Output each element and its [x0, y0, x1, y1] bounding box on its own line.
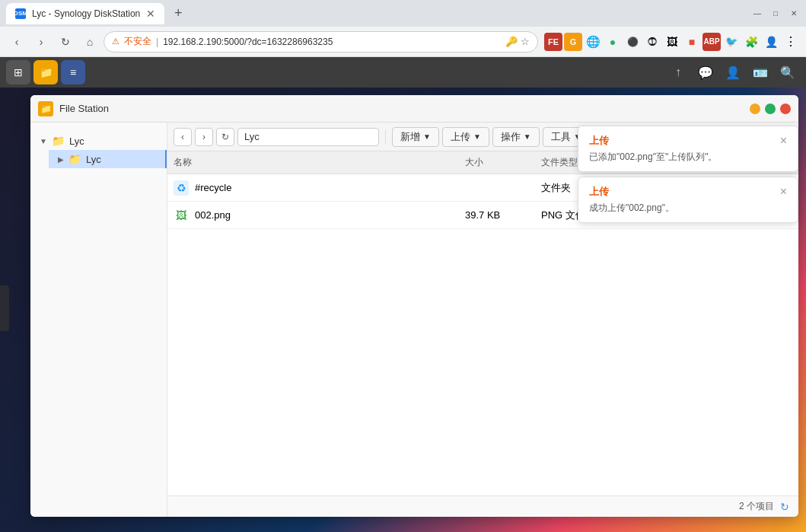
- sidebar-sub-folder-icon: 📁: [68, 153, 81, 165]
- extension-lastpass-icon[interactable]: ⚫: [623, 33, 642, 51]
- browser-tab[interactable]: DSM Lyc - Synology DiskStation ✕: [6, 3, 164, 24]
- address-icons: 🔑 ☆: [505, 36, 530, 47]
- new-dropdown-arrow: ▼: [423, 132, 431, 141]
- address-text: 192.168.2.190:5000/?dc=1632286963235: [163, 37, 501, 47]
- fs-path-input[interactable]: [237, 128, 379, 146]
- notif-2-message: 成功上传"002.png"。: [589, 202, 787, 215]
- fs-refresh-btn[interactable]: ↻: [216, 128, 234, 146]
- sidebar-sub-label: Lyc: [86, 154, 101, 165]
- fs-app-icon: 📁: [38, 101, 53, 116]
- taskbar-user-icon[interactable]: 👤: [721, 60, 745, 84]
- address-separator: |: [156, 37, 158, 47]
- extension-num-icon[interactable]: ⓵: [643, 33, 661, 51]
- taskbar-note-station[interactable]: ≡: [61, 60, 85, 84]
- dsm-desktop: 📁 File Station ▼: [0, 88, 806, 532]
- minimize-button[interactable]: —: [751, 8, 763, 20]
- title-bar: DSM Lyc - Synology DiskStation ✕ + — □ ✕: [0, 0, 806, 27]
- sidebar-item-lyc[interactable]: ▶ 📁 Lyc: [49, 150, 167, 168]
- left-edge-panel: [0, 285, 9, 331]
- fs-maximize-btn[interactable]: [765, 104, 776, 114]
- fs-action-btn[interactable]: 操作 ▼: [492, 127, 540, 147]
- nav-bar: ‹ › ↻ ⌂ ⚠ 不安全 | 192.168.2.190:5000/?dc=1…: [0, 27, 806, 57]
- item-count: 2 个项目: [739, 500, 774, 513]
- file-size-cell: 39.7 KB: [465, 209, 541, 221]
- back-button[interactable]: ‹: [6, 31, 27, 53]
- dsm-shell: ⊞ 📁 ≡ ↑ 💬 👤 🪪 🔍: [0, 57, 806, 532]
- taskbar-chat-icon[interactable]: 💬: [693, 60, 718, 84]
- address-bar[interactable]: ⚠ 不安全 | 192.168.2.190:5000/?dc=163228696…: [104, 31, 538, 53]
- notif-2-close-btn[interactable]: ×: [780, 186, 787, 198]
- fs-close-btn[interactable]: [780, 104, 791, 114]
- notif-2-title: 上传: [589, 185, 609, 199]
- sidebar-root-label: Lyc: [69, 135, 84, 147]
- notif-1-header: 上传 ×: [589, 134, 787, 148]
- notif-2-header: 上传 ×: [589, 185, 787, 199]
- window-controls: — □ ✕: [751, 8, 800, 20]
- sidebar-sub-section: ▶ 📁 Lyc: [30, 150, 167, 168]
- png-file-icon: 🖼: [174, 208, 189, 223]
- reload-button[interactable]: ↻: [55, 31, 76, 53]
- extension-green-icon[interactable]: ●: [604, 33, 622, 51]
- extension-abp-icon[interactable]: ABP: [702, 33, 721, 51]
- taskbar-search-icon[interactable]: 🔍: [776, 60, 800, 84]
- notif-1-close-btn[interactable]: ×: [780, 135, 787, 147]
- close-button[interactable]: ✕: [788, 8, 800, 20]
- fs-title-bar: 📁 File Station: [30, 95, 798, 123]
- maximize-button[interactable]: □: [769, 8, 782, 20]
- action-dropdown-arrow: ▼: [524, 132, 531, 141]
- notification-2: 上传 × 成功上传"002.png"。: [578, 177, 798, 223]
- notif-1-title: 上传: [589, 134, 609, 148]
- notif-1-message: 已添加"002.png"至"上传队列"。: [589, 151, 787, 164]
- sidebar-root-section: ▼ 📁 Lyc ▶ 📁 Lyc: [30, 129, 167, 171]
- upload-dropdown-arrow: ▼: [473, 132, 481, 141]
- fs-upload-btn[interactable]: 上传 ▼: [442, 127, 489, 147]
- taskbar-upload-icon[interactable]: ↑: [666, 60, 690, 84]
- star-icon[interactable]: ☆: [521, 36, 530, 47]
- tab-close-button[interactable]: ✕: [146, 8, 155, 20]
- fs-minimize-btn[interactable]: [750, 104, 760, 114]
- tab-favicon: DSM: [15, 8, 26, 19]
- extension-translate-icon[interactable]: 🌐: [584, 33, 602, 51]
- taskbar-file-station[interactable]: 📁: [33, 60, 58, 84]
- tab-title: Lyc - Synology DiskStation: [32, 8, 140, 19]
- address-prefix: 不安全: [124, 35, 151, 48]
- browser-window: DSM Lyc - Synology DiskStation ✕ + — □ ✕…: [0, 0, 806, 532]
- taskbar-app-grid[interactable]: ⊞: [6, 60, 30, 84]
- extension-img-icon[interactable]: 🖼: [663, 33, 681, 51]
- key-icon[interactable]: 🔑: [505, 36, 518, 47]
- taskbar-right-area: ↑ 💬 👤 🪪 🔍: [666, 60, 800, 84]
- account-icon[interactable]: 👤: [762, 33, 780, 51]
- sidebar-arrow-down: ▼: [40, 137, 47, 145]
- fs-back-btn[interactable]: ‹: [174, 128, 192, 146]
- file-name-cell: ♻ #recycle: [174, 180, 465, 196]
- file-name-cell: 🖼 002.png: [174, 208, 465, 223]
- extension-bird-icon[interactable]: 🐦: [722, 33, 741, 51]
- forward-button[interactable]: ›: [30, 31, 52, 53]
- menu-icon[interactable]: ⋮: [782, 33, 800, 51]
- footer-refresh-btn[interactable]: ↻: [780, 501, 789, 513]
- fs-new-btn[interactable]: 新增 ▼: [392, 127, 439, 147]
- notifications-area: 上传 × 已添加"002.png"至"上传队列"。 上传 × 成功上传"002.…: [578, 126, 798, 223]
- recycle-folder-icon: ♻: [174, 180, 189, 196]
- sidebar-item-lyc-root[interactable]: ▼ 📁 Lyc: [30, 132, 167, 150]
- new-tab-button[interactable]: +: [167, 3, 189, 24]
- extension-red-icon[interactable]: ■: [683, 33, 701, 51]
- fs-title: File Station: [59, 103, 109, 114]
- extensions-icon[interactable]: 🧩: [742, 33, 760, 51]
- home-button[interactable]: ⌂: [79, 31, 100, 53]
- fs-footer: 2 个项目 ↻: [167, 495, 798, 517]
- extension-g-icon[interactable]: G: [564, 33, 582, 51]
- fs-sidebar: ▼ 📁 Lyc ▶ 📁 Lyc: [30, 123, 167, 517]
- header-size: 大小: [465, 156, 541, 169]
- security-warning: ⚠: [112, 37, 119, 46]
- fs-forward-btn[interactable]: ›: [195, 128, 213, 146]
- notification-1: 上传 × 已添加"002.png"至"上传队列"。: [578, 126, 798, 172]
- fs-window-controls: [750, 104, 791, 114]
- taskbar-info-icon[interactable]: 🪪: [748, 60, 773, 84]
- toolbar-separator: [385, 129, 386, 145]
- extension-fe-icon[interactable]: FE: [544, 33, 562, 51]
- header-name: 名称: [174, 156, 465, 169]
- sidebar-sub-arrow: ▶: [58, 155, 64, 164]
- browser-toolbar-icons: FE G 🌐 ● ⚫ ⓵ 🖼 ■ ABP 🐦 🧩 👤 ⋮: [544, 33, 800, 51]
- sidebar-folder-icon: 📁: [52, 135, 65, 147]
